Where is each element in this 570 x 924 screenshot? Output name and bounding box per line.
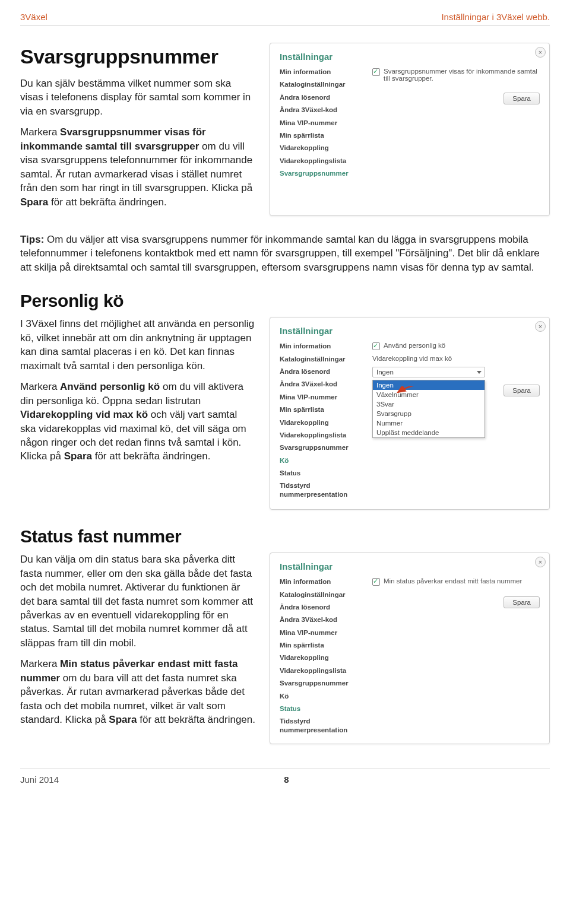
menu-item[interactable]: Mina VIP-nummer: [280, 393, 362, 401]
s3-p1: Du kan välja om din status bara ska påve…: [20, 553, 255, 650]
menu-item[interactable]: Svarsgruppsnummer: [280, 443, 362, 452]
page-header: 3Växel Inställningar i 3Växel webb.: [20, 12, 550, 26]
menu-item[interactable]: Vidarekoppling: [280, 418, 362, 427]
menu-item[interactable]: Min spärrlista: [280, 641, 362, 649]
menu-item[interactable]: Kataloginställningar: [280, 355, 362, 363]
checkbox-label: Använd personlig kö: [384, 342, 445, 349]
s2-p2: Markera Använd personlig kö om du vill a…: [20, 380, 255, 463]
checkbox-personlig-ko[interactable]: [372, 342, 380, 350]
menu-item[interactable]: Ändra 3Växel-kod: [280, 615, 362, 624]
screenshot-ko: × Inställningar Min information Katalogi…: [270, 317, 550, 510]
section-title-svarsgrupp: Svarsgruppsnummer: [20, 43, 255, 71]
page-footer: Juni 2014 8: [20, 768, 550, 785]
menu-item[interactable]: Min information: [280, 342, 362, 350]
menu-item[interactable]: Kataloginställningar: [280, 590, 362, 599]
dropdown-option[interactable]: Svarsgrupp: [373, 409, 484, 418]
dialog-title: Inställningar: [280, 326, 540, 336]
footer-page-number: 8: [284, 774, 289, 785]
menu-item[interactable]: Min information: [280, 68, 362, 76]
menu-item[interactable]: Ändra lösenord: [280, 367, 362, 376]
checkbox-status-fast[interactable]: [372, 578, 380, 586]
menu-item[interactable]: Min spärrlista: [280, 131, 362, 139]
dropdown-option[interactable]: Ingen: [373, 380, 484, 390]
s1-p1: Du kan själv bestämma vilket nummer som …: [20, 77, 255, 118]
section-title-status: Status fast nummer: [20, 526, 550, 547]
save-button[interactable]: Spara: [504, 385, 540, 396]
checkbox-svarsgruppsnummer[interactable]: [372, 68, 380, 76]
header-right: Inställningar i 3Växel webb.: [441, 12, 550, 22]
menu-item[interactable]: Tidsstyrd nummerpresentation: [280, 481, 362, 498]
menu-item[interactable]: Kö: [280, 692, 362, 700]
settings-menu: Min information Kataloginställningar Änd…: [280, 68, 362, 177]
dropdown-option[interactable]: Uppläst meddelande: [373, 428, 484, 437]
screenshot-status: × Inställningar Min information Katalogi…: [270, 553, 550, 744]
save-button[interactable]: Spara: [504, 93, 540, 104]
dialog-title: Inställningar: [280, 52, 540, 62]
menu-item[interactable]: Vidarekoppling: [280, 144, 362, 152]
dropdown-option[interactable]: Växelnummer: [373, 390, 484, 399]
close-icon[interactable]: ×: [535, 47, 546, 58]
s3-p2: Markera Min status påverkar endast mitt …: [20, 657, 255, 726]
settings-menu: Min information Kataloginställningar Änd…: [280, 577, 362, 734]
menu-item[interactable]: Mina VIP-nummer: [280, 628, 362, 637]
header-left: 3Växel: [20, 12, 48, 22]
menu-item-active[interactable]: Kö: [280, 456, 362, 465]
dropdown-vidarekoppling: Ingen Växelnummer 3Svar Svarsgrupp Numme…: [372, 380, 485, 438]
close-icon[interactable]: ×: [535, 557, 546, 567]
menu-item[interactable]: Min information: [280, 577, 362, 586]
menu-item[interactable]: Vidarekopplingslista: [280, 157, 362, 165]
menu-item[interactable]: Vidarekopplingslista: [280, 666, 362, 675]
s1-p2: Markera Svarsgruppsnummer visas för inko…: [20, 125, 255, 209]
menu-item[interactable]: Status: [280, 469, 362, 477]
menu-item-active[interactable]: Status: [280, 704, 362, 713]
screenshot-svarsgruppsnummer: × Inställningar Min information Katalogi…: [270, 43, 550, 216]
menu-item[interactable]: Min spärrlista: [280, 405, 362, 414]
checkbox-label: Min status påverkar endast mitt fasta nu…: [384, 577, 522, 585]
menu-item[interactable]: Tidsstyrd nummerpresentation: [280, 717, 362, 734]
menu-item[interactable]: Ändra 3Växel-kod: [280, 380, 362, 388]
footer-date: Juni 2014: [20, 774, 59, 785]
select-vidarekoppling[interactable]: Ingen: [372, 367, 485, 377]
section-title-ko: Personlig kö: [20, 291, 550, 311]
menu-item-active[interactable]: Svarsgruppsnummer: [280, 169, 362, 177]
close-icon[interactable]: ×: [535, 321, 546, 332]
dropdown-option[interactable]: Nummer: [373, 418, 484, 428]
field-label-vidarekoppling: Vidarekoppling vid max kö: [372, 355, 540, 362]
menu-item[interactable]: Ändra lösenord: [280, 93, 362, 101]
menu-item[interactable]: Vidarekopplingslista: [280, 431, 362, 439]
s2-p1: I 3Växel finns det möjlighet att använda…: [20, 317, 255, 373]
checkbox-label: Svarsgruppsnummer visas för inkommande s…: [384, 68, 540, 82]
dropdown-option[interactable]: 3Svar: [373, 399, 484, 409]
menu-item[interactable]: Ändra lösenord: [280, 603, 362, 611]
dialog-title: Inställningar: [280, 561, 540, 571]
save-button[interactable]: Spara: [504, 596, 540, 608]
menu-item[interactable]: Mina VIP-nummer: [280, 119, 362, 127]
s1-tips: Tips: Om du väljer att visa svarsgruppen…: [20, 233, 550, 274]
menu-item[interactable]: Vidarekoppling: [280, 653, 362, 662]
menu-item[interactable]: Kataloginställningar: [280, 80, 362, 88]
settings-menu: Min information Kataloginställningar Änd…: [280, 342, 362, 498]
menu-item[interactable]: Ändra 3Växel-kod: [280, 106, 362, 114]
menu-item[interactable]: Svarsgruppsnummer: [280, 679, 362, 687]
